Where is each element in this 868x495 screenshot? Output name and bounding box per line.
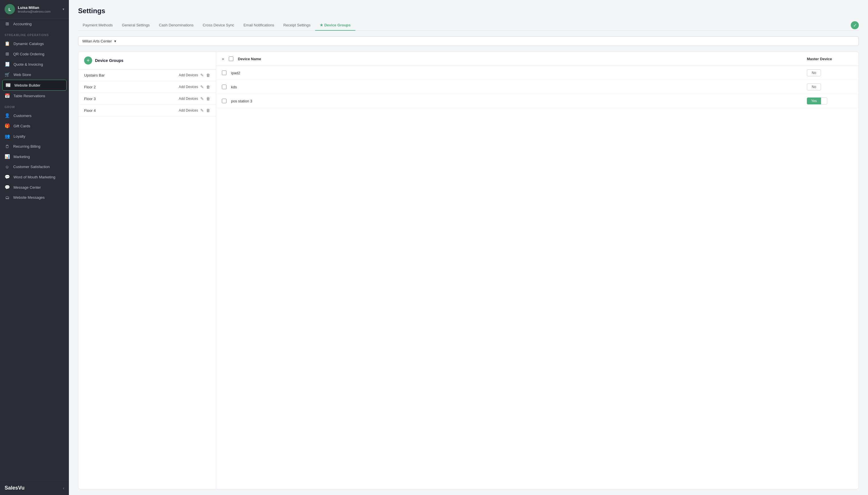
add-devices-link-upstairs-bar[interactable]: Add Devices [179,73,198,77]
tab-email-notifications[interactable]: Email Notifications [239,20,279,31]
user-email: tessitura@salesvu.com [18,10,50,13]
select-all-checkbox[interactable] [229,56,233,61]
grow-section-label: GROW [0,101,69,110]
group-name-floor2: Floor 2 [84,85,96,89]
table-reservations-label: Table Reservations [14,94,45,98]
sidebar-item-gift-cards[interactable]: 🎁 Gift Cards [0,121,69,131]
checkbox-ipad2[interactable] [222,71,227,75]
group-name-floor4: Floor 4 [84,108,96,113]
page-header: Settings Payment Methods General Setting… [69,0,868,31]
sidebar-item-message-center[interactable]: 💬 Message Center [0,182,69,192]
master-toggle-ipad2[interactable]: No [807,69,821,76]
edit-icon-floor2[interactable]: ✎ [200,85,204,89]
message-center-icon: 💬 [4,185,10,190]
group-row-floor2[interactable]: Floor 2 Add Devices ✎ 🗑 [78,81,216,93]
add-devices-link-floor3[interactable]: Add Devices [179,97,198,101]
loyalty-label: Loyalty [14,134,25,138]
edit-icon-floor3[interactable]: ✎ [200,96,204,101]
group-actions-upstairs-bar: Add Devices ✎ 🗑 [179,73,210,78]
delete-icon-floor2[interactable]: 🗑 [206,85,210,89]
master-cell-pos-station-3: Yes [807,98,853,104]
gift-cards-label: Gift Cards [14,124,30,128]
sidebar-item-word-of-mouth[interactable]: 💬 Word of Mouth Marketing [0,172,69,182]
delete-icon-upstairs-bar[interactable]: 🗑 [206,73,210,78]
master-toggle-yes-pos-station-3[interactable]: Yes [807,98,821,104]
sidebar-item-marketing[interactable]: 📊 Marketing [0,151,69,162]
tab-general-settings[interactable]: General Settings [117,20,154,31]
page-title: Settings [78,7,859,15]
checkbox-pos-station-3[interactable] [222,99,227,103]
group-row-floor4[interactable]: Floor 4 Add Devices ✎ 🗑 [78,105,216,116]
location-selector[interactable]: Millan Arts Center ▾ [78,36,859,46]
device-groups-title: Device Groups [95,58,124,63]
collapse-icon[interactable]: ‹ [63,486,64,491]
marketing-icon: 📊 [4,154,10,159]
qr-code-label: QR Code Ordering [13,52,44,56]
edit-icon-floor4[interactable]: ✎ [200,108,204,113]
web-store-icon: 🛒 [4,72,10,77]
sidebar-item-dynamic-catalogs[interactable]: 📋 Dynamic Catalogs [0,38,69,49]
add-devices-link-floor4[interactable]: Add Devices [179,108,198,113]
group-name-floor3: Floor 3 [84,97,96,101]
sidebar-item-web-store[interactable]: 🛒 Web Store [0,69,69,80]
group-row-upstairs-bar[interactable]: Upstairs Bar Add Devices ✎ 🗑 [78,69,216,81]
customer-satisfaction-icon: ☺ [4,164,10,169]
salesvu-logo: SalesVu [4,485,24,491]
left-panel: + Device Groups Upstairs Bar Add Devices… [78,52,216,489]
sidebar-item-customer-satisfaction[interactable]: ☺ Customer Satisfaction [0,162,69,172]
checkbox-kds[interactable] [222,85,227,89]
tab-receipt-settings[interactable]: Receipt Settings [279,20,315,31]
sidebar-item-qr-code-ordering[interactable]: ⊞ QR Code Ordering [0,49,69,59]
tab-check-icon[interactable]: ✓ [851,21,859,29]
add-devices-link-floor2[interactable]: Add Devices [179,85,198,89]
recurring-billing-icon: 🗒 [4,144,10,149]
sidebar-item-customers[interactable]: 👤 Customers [0,110,69,121]
message-center-label: Message Center [14,185,41,190]
group-actions-floor4: Add Devices ✎ 🗑 [179,108,210,113]
star-icon: ★ [320,23,323,27]
master-toggle-kds[interactable]: No [807,83,821,90]
streamline-section-label: STREAMLINE OPERATIONS [0,29,69,38]
tab-payment-methods[interactable]: Payment Methods [78,20,117,31]
right-panel-header: » Device Name Master Device [216,52,858,66]
customers-icon: 👤 [4,113,10,118]
device-row-kds: kds No [216,80,858,94]
group-actions-floor3: Add Devices ✎ 🗑 [179,96,210,101]
customer-satisfaction-label: Customer Satisfaction [13,165,50,169]
content-area: Millan Arts Center ▾ + Device Groups Ups… [69,31,868,495]
tab-device-groups[interactable]: ★Device Groups [315,20,355,31]
tab-cross-device-sync[interactable]: Cross Device Sync [198,20,239,31]
sidebar-item-loyalty[interactable]: 👥 Loyalty [0,131,69,141]
device-name-ipad2: ipad2 [231,71,802,75]
tabs-bar: Payment Methods General Settings Cash De… [78,20,859,31]
sidebar-item-recurring-billing[interactable]: 🗒 Recurring Billing [0,141,69,151]
group-row-floor3[interactable]: Floor 3 Add Devices ✎ 🗑 [78,93,216,105]
expand-columns-icon[interactable]: » [222,56,224,61]
accounting-label: Accounting [13,22,32,26]
word-of-mouth-label: Word of Mouth Marketing [14,175,55,179]
add-device-group-button[interactable]: + [84,56,92,65]
sidebar-item-website-builder[interactable]: 📰 Website Builder [2,80,67,91]
tab-cash-denominations[interactable]: Cash Denominations [154,20,198,31]
chevron-down-icon[interactable]: ▾ [63,7,64,11]
sidebar-item-accounting[interactable]: ⊞ Accounting [0,19,69,29]
user-info: Luisa Millan tessitura@salesvu.com [18,5,50,13]
delete-icon-floor4[interactable]: 🗑 [206,108,210,113]
recurring-billing-label: Recurring Billing [13,144,40,149]
website-messages-label: Website Messages [13,195,45,200]
dynamic-catalogs-label: Dynamic Catalogs [14,41,44,46]
quote-label: Quote & Invoicing [14,62,43,67]
device-row-ipad2: ipad2 No [216,66,858,80]
user-name: Luisa Millan [18,5,50,10]
sidebar-item-website-messages[interactable]: 🗂 Website Messages [0,192,69,203]
group-actions-floor2: Add Devices ✎ 🗑 [179,85,210,89]
sidebar-header[interactable]: L Luisa Millan tessitura@salesvu.com ▾ [0,0,69,19]
sidebar-footer: SalesVu ‹ [0,481,69,495]
sidebar-item-table-reservations[interactable]: 📅 Table Reservations [0,91,69,101]
sidebar-item-quote-invoicing[interactable]: 🧾 Quote & Invoicing [0,59,69,69]
web-store-label: Web Store [14,72,31,77]
delete-icon-floor3[interactable]: 🗑 [206,96,210,101]
master-toggle-no-pos-station-3[interactable] [821,98,827,104]
edit-icon-upstairs-bar[interactable]: ✎ [200,73,204,78]
marketing-label: Marketing [14,155,30,159]
